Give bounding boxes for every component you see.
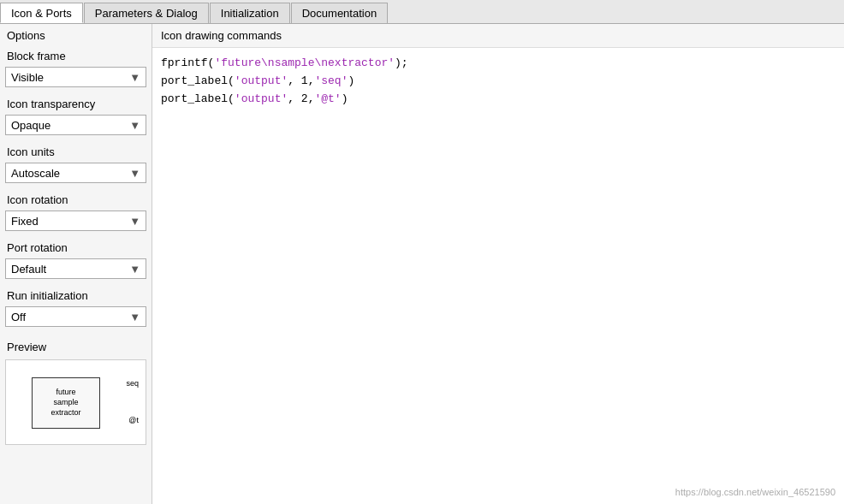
- tab-initialization[interactable]: Initialization: [210, 3, 290, 23]
- icon-transparency-label: Icon transparency: [0, 92, 152, 113]
- chevron-down-icon: ▼: [129, 119, 140, 132]
- icon-transparency-dropdown[interactable]: Opaque ▼: [5, 115, 146, 135]
- watermark: https://blog.csdn.net/weixin_46521590: [675, 487, 835, 497]
- code-line: port_label('output', 2,'@t'): [161, 91, 835, 109]
- chevron-down-icon: ▼: [129, 311, 140, 323]
- sidebar: Options Block frame Visible ▼ Icon trans…: [0, 24, 152, 504]
- tab-parameters-dialog[interactable]: Parameters & Dialog: [84, 3, 209, 23]
- block-frame-dropdown[interactable]: Visible ▼: [5, 67, 146, 87]
- content-area: Icon drawing commands fprintf('future\ns…: [152, 24, 844, 504]
- run-init-label: Run initialization: [0, 284, 152, 305]
- chevron-down-icon: ▼: [129, 71, 140, 84]
- code-editor[interactable]: fprintf('future\nsample\nextractor');por…: [152, 48, 844, 504]
- port-rotation-label: Port rotation: [0, 236, 152, 257]
- icon-rotation-dropdown[interactable]: Fixed ▼: [5, 210, 146, 231]
- tab-documentation[interactable]: Documentation: [291, 3, 388, 23]
- block-frame-label: Block frame: [0, 44, 152, 65]
- main-layout: Options Block frame Visible ▼ Icon trans…: [0, 24, 844, 504]
- code-line: port_label('output', 1,'seq'): [161, 73, 835, 91]
- tab-bar: Icon & Ports Parameters & Dialog Initial…: [0, 0, 844, 24]
- port-rotation-dropdown[interactable]: Default ▼: [5, 258, 146, 279]
- preview-port-seq: seq: [126, 379, 139, 388]
- icon-rotation-label: Icon rotation: [0, 188, 152, 209]
- preview-box: future sample extractor seq @t: [5, 359, 146, 445]
- tab-icon-ports[interactable]: Icon & Ports: [0, 3, 83, 23]
- icon-units-label: Icon units: [0, 140, 152, 161]
- preview-port-at: @t: [128, 416, 139, 424]
- preview-label: Preview: [0, 335, 152, 356]
- preview-block-text: future sample extractor: [51, 388, 80, 418]
- options-label: Options: [0, 24, 152, 44]
- icon-units-dropdown[interactable]: Autoscale ▼: [5, 163, 146, 183]
- code-line: fprintf('future\nsample\nextractor');: [161, 55, 835, 73]
- chevron-down-icon: ▼: [129, 263, 140, 276]
- run-init-dropdown[interactable]: Off ▼: [5, 306, 146, 327]
- chevron-down-icon: ▼: [129, 167, 140, 180]
- preview-block: future sample extractor: [32, 377, 100, 429]
- code-area-title: Icon drawing commands: [152, 24, 844, 48]
- chevron-down-icon: ▼: [129, 215, 140, 228]
